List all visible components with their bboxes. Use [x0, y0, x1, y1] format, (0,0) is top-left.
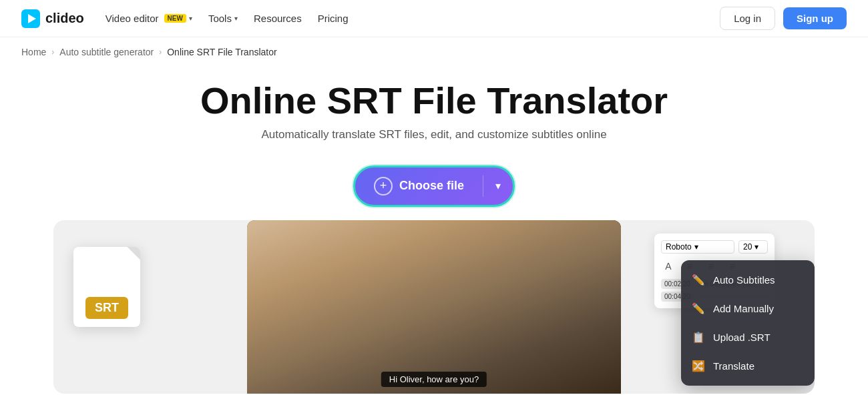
main-nav: Video editor NEW ▾ Tools ▾ Resources Pri…: [105, 13, 349, 24]
breadcrumb-current: Online SRT File Translator: [167, 47, 276, 57]
dropdown-item-auto-subtitles[interactable]: ✏️ Auto Subtitles: [681, 266, 815, 294]
dropdown-label-translate: Translate: [713, 360, 754, 372]
nav-video-editor[interactable]: Video editor NEW ▾: [105, 13, 192, 24]
video-editor-chevron-icon: ▾: [189, 15, 192, 22]
srt-badge: SRT: [85, 297, 128, 319]
dropdown-item-translate[interactable]: 🔀 Translate: [681, 352, 815, 380]
font-row: Roboto ▾ 20 ▾: [661, 240, 768, 254]
header: clideo Video editor NEW ▾ Tools ▾ Resour…: [0, 0, 868, 37]
nav-resources[interactable]: Resources: [254, 13, 302, 24]
signup-button[interactable]: Sign up: [783, 7, 847, 29]
nav-pricing[interactable]: Pricing: [318, 13, 349, 24]
subtitle-bar: Hi Oliver, how are you?: [381, 372, 487, 387]
nav-tools[interactable]: Tools ▾: [208, 13, 238, 24]
add-manually-icon: ✏️: [692, 302, 705, 315]
size-chevron-icon: ▾: [754, 242, 758, 252]
choose-file-dropdown-button[interactable]: ▾: [483, 170, 513, 202]
text-align-icon[interactable]: A: [661, 259, 676, 274]
choose-file-wrapper: + Choose file ▾: [0, 165, 868, 207]
breadcrumb-sep-1: ›: [51, 47, 54, 57]
breadcrumb: Home › Auto subtitle generator › Online …: [0, 37, 868, 67]
tools-chevron-icon: ▾: [234, 15, 238, 22]
logo[interactable]: clideo: [21, 9, 84, 28]
breadcrumb-sep-2: ›: [159, 47, 162, 57]
choose-file-label: Choose file: [399, 179, 464, 193]
logo-text: clideo: [45, 11, 84, 26]
srt-file-card: SRT: [73, 247, 140, 327]
breadcrumb-home[interactable]: Home: [21, 47, 46, 57]
size-select[interactable]: 20 ▾: [738, 240, 768, 254]
font-chevron-icon: ▾: [694, 242, 698, 252]
dropdown-item-upload-srt[interactable]: 📋 Upload .SRT: [681, 323, 815, 352]
dropdown-menu: ✏️ Auto Subtitles ✏️ Add Manually 📋 Uplo…: [681, 260, 815, 386]
upload-srt-icon: 📋: [692, 331, 705, 344]
choose-file-button[interactable]: + Choose file ▾: [353, 165, 515, 207]
dropdown-label-add-manually: Add Manually: [713, 303, 774, 314]
header-left: clideo Video editor NEW ▾ Tools ▾ Resour…: [21, 9, 349, 28]
login-button[interactable]: Log in: [720, 7, 775, 30]
preview-section: SRT Hi Oliver, how are you? Roboto ▾ 20 …: [53, 220, 815, 394]
hero-section: Online SRT File Translator Automatically…: [0, 67, 868, 152]
hero-subtitle: Automatically translate SRT files, edit,…: [21, 128, 847, 141]
video-people-bg: [247, 220, 621, 394]
choose-file-main-button[interactable]: + Choose file: [355, 167, 483, 205]
header-right: Log in Sign up: [720, 7, 847, 30]
dropdown-label-upload-srt: Upload .SRT: [713, 332, 771, 343]
video-container: Hi Oliver, how are you?: [247, 220, 621, 394]
translate-icon: 🔀: [692, 360, 705, 372]
page-title: Online SRT File Translator: [21, 80, 847, 121]
font-select[interactable]: Roboto ▾: [661, 240, 734, 254]
dropdown-label-auto-subtitles: Auto Subtitles: [713, 274, 775, 286]
video-placeholder: Hi Oliver, how are you?: [247, 220, 621, 394]
plus-circle-icon: +: [374, 177, 393, 195]
breadcrumb-auto-subtitle[interactable]: Auto subtitle generator: [59, 47, 154, 57]
auto-subtitles-icon: ✏️: [692, 274, 705, 286]
srt-card-corner: [127, 247, 140, 260]
dropdown-item-add-manually[interactable]: ✏️ Add Manually: [681, 294, 815, 323]
new-badge: NEW: [164, 14, 186, 23]
logo-icon: [21, 9, 40, 28]
